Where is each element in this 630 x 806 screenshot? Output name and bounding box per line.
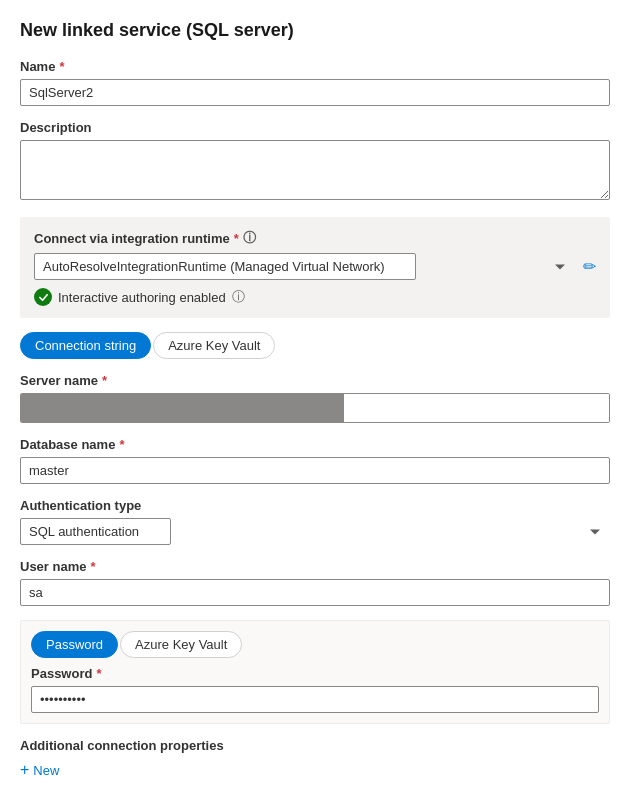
page-title: New linked service (SQL server) xyxy=(20,20,610,41)
description-input[interactable] xyxy=(20,140,610,200)
tab-connection-string[interactable]: Connection string xyxy=(20,332,151,359)
name-field-group: Name * xyxy=(20,59,610,106)
password-section: Password Azure Key Vault Password * xyxy=(20,620,610,724)
new-property-button[interactable]: + New xyxy=(20,761,59,779)
interactive-authoring-info-icon[interactable]: ⓘ xyxy=(232,288,245,306)
user-name-field-group: User name * xyxy=(20,559,610,606)
description-field-group: Description xyxy=(20,120,610,203)
password-required: * xyxy=(96,666,101,681)
password-label: Password * xyxy=(31,666,599,681)
name-required: * xyxy=(59,59,64,74)
server-name-label: Server name * xyxy=(20,373,610,388)
password-tab-group: Password Azure Key Vault xyxy=(31,631,599,658)
tab-password-akv[interactable]: Azure Key Vault xyxy=(120,631,242,658)
password-field-group: Password * xyxy=(31,666,599,713)
database-name-label: Database name * xyxy=(20,437,610,452)
ir-select-container: AutoResolveIntegrationRuntime (Managed V… xyxy=(34,253,575,280)
ir-required: * xyxy=(234,231,239,246)
ir-info-icon[interactable]: ⓘ xyxy=(243,229,256,247)
server-input-dark-fill xyxy=(21,394,344,422)
server-input-light-fill xyxy=(344,394,609,422)
ir-edit-icon[interactable]: ✏ xyxy=(583,257,596,276)
server-name-required: * xyxy=(102,373,107,388)
integration-runtime-section: Connect via integration runtime * ⓘ Auto… xyxy=(20,217,610,318)
integration-runtime-label: Connect via integration runtime * ⓘ xyxy=(34,229,596,247)
interactive-authoring-row: Interactive authoring enabled ⓘ xyxy=(34,288,596,306)
additional-props-section: Additional connection properties + New xyxy=(20,738,610,779)
check-circle-icon xyxy=(34,288,52,306)
database-name-input[interactable] xyxy=(20,457,610,484)
plus-icon: + xyxy=(20,761,29,779)
auth-type-label: Authentication type xyxy=(20,498,610,513)
database-name-field-group: Database name * xyxy=(20,437,610,484)
auth-type-field-group: Authentication type SQL authentication xyxy=(20,498,610,545)
auth-type-select[interactable]: SQL authentication xyxy=(20,518,171,545)
name-label: Name * xyxy=(20,59,610,74)
user-name-required: * xyxy=(90,559,95,574)
interactive-authoring-text: Interactive authoring enabled xyxy=(58,290,226,305)
ir-select[interactable]: AutoResolveIntegrationRuntime (Managed V… xyxy=(34,253,416,280)
auth-type-select-container: SQL authentication xyxy=(20,518,610,545)
user-name-label: User name * xyxy=(20,559,610,574)
server-name-field-group: Server name * xyxy=(20,373,610,423)
server-name-input-container xyxy=(20,393,610,423)
ir-select-wrapper: AutoResolveIntegrationRuntime (Managed V… xyxy=(34,253,596,280)
connection-tab-group: Connection string Azure Key Vault xyxy=(20,332,610,359)
user-name-input[interactable] xyxy=(20,579,610,606)
tab-azure-key-vault[interactable]: Azure Key Vault xyxy=(153,332,275,359)
description-label: Description xyxy=(20,120,610,135)
additional-props-title: Additional connection properties xyxy=(20,738,610,753)
name-input[interactable] xyxy=(20,79,610,106)
db-name-required: * xyxy=(119,437,124,452)
tab-password[interactable]: Password xyxy=(31,631,118,658)
password-input[interactable] xyxy=(31,686,599,713)
